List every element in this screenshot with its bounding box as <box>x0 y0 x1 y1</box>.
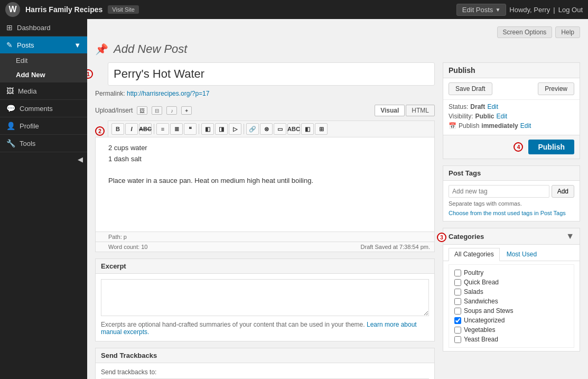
sidebar-item-label: Profile <box>20 122 39 130</box>
sidebar-item-profile[interactable]: 👤 Profile <box>0 117 87 134</box>
category-label: Salads <box>464 288 483 295</box>
draft-saved: Draft Saved at 7:38:54 pm. <box>361 244 430 250</box>
sidebar-item-label: Comments <box>20 105 53 113</box>
subheader: Screen Options Help <box>95 24 580 42</box>
more-button[interactable]: ▭ <box>274 123 286 135</box>
editor-toolbar: B I ABC ≡ ≣ ❝ ◧ ◨ ▷ 🔗 ⊗ ▭ <box>108 121 435 137</box>
add-tag-button[interactable]: Add <box>552 185 574 198</box>
list-item: Yeast Bread <box>454 335 568 344</box>
category-checkbox-soups-stews[interactable] <box>454 308 461 315</box>
publish-when-edit-link[interactable]: Edit <box>520 122 531 130</box>
audio-upload-icon[interactable]: ♪ <box>166 106 177 115</box>
sidebar-item-media[interactable]: 🖼 Media <box>0 82 87 99</box>
logout-link[interactable]: Log Out <box>558 6 583 14</box>
align-center-button[interactable]: ◨ <box>215 123 228 135</box>
category-checkbox-quick-bread[interactable] <box>454 279 461 286</box>
editor-area[interactable]: 2 cups water 1 dash salt Place water in … <box>95 137 435 232</box>
editor-content-line2: 1 dash salt <box>108 154 429 165</box>
toolbar-separator <box>154 124 154 134</box>
sidebar-item-tools[interactable]: 🔧 Tools <box>0 135 87 152</box>
sidebar-collapse-button[interactable]: ◀ <box>0 152 87 167</box>
blockquote-button[interactable]: ❝ <box>184 123 197 135</box>
trackbacks-header: Send Trackbacks <box>96 348 434 363</box>
sidebar-item-comments[interactable]: 💬 Comments <box>0 100 87 117</box>
calendar-icon: 📅 <box>449 122 456 130</box>
sidebar-item-posts[interactable]: ✎ Posts ▼ <box>0 36 87 53</box>
help-button[interactable]: Help <box>555 26 580 38</box>
sidebar-sub-item-edit[interactable]: Edit <box>0 53 87 68</box>
list-item: Poultry <box>454 268 568 278</box>
choose-tags-link[interactable]: Choose from the most used tags in Post T… <box>449 210 566 216</box>
category-checkbox-uncategorized[interactable] <box>454 317 461 324</box>
all-categories-tab[interactable]: All Categories <box>449 248 500 261</box>
post-title-input[interactable] <box>108 62 435 86</box>
visual-tab[interactable]: Visual <box>375 105 405 116</box>
ordered-list-button[interactable]: ≣ <box>170 123 183 135</box>
editor-footer: Word count: 10 Draft Saved at 7:38:54 pm… <box>95 242 435 252</box>
category-checkbox-vegetables[interactable] <box>454 327 461 334</box>
step-3-circle: 3 <box>437 233 446 242</box>
upload-bar: Upload/Insert 🖼 ⊟ ♪ ✦ Visual HTML <box>95 103 435 118</box>
align-left-button[interactable]: ◧ <box>201 123 214 135</box>
tag-input[interactable] <box>449 185 549 198</box>
publish-button[interactable]: Publish <box>528 140 574 154</box>
toolbar-separator-2 <box>199 124 199 134</box>
permalink-url[interactable]: http://harrisrecipes.org/?p=17 <box>127 90 209 97</box>
main-content: Screen Options Help 📌 Add New Post 1 Per… <box>87 19 588 379</box>
category-label: Yeast Bread <box>464 336 498 343</box>
most-used-tab[interactable]: Most Used <box>501 248 543 261</box>
word-count: Word count: 10 <box>108 244 147 250</box>
link-button[interactable]: 🔗 <box>246 123 259 135</box>
visibility-edit-link[interactable]: Edit <box>496 113 507 120</box>
unlink-button[interactable]: ⊗ <box>260 123 273 135</box>
status-edit-link[interactable]: Edit <box>487 103 498 110</box>
categories-header: Categories ▼ <box>443 228 580 245</box>
misc-upload-icon[interactable]: ✦ <box>181 106 192 115</box>
sidebar-item-dashboard[interactable]: ⊞ Dashboard <box>0 19 87 36</box>
align-right-button[interactable]: ▷ <box>229 123 241 135</box>
category-label: Quick Bread <box>464 279 499 286</box>
sidebar-sub-item-add-new[interactable]: Add New <box>0 68 87 82</box>
categories-collapse-button[interactable]: ▼ <box>566 232 574 241</box>
visit-site-button[interactable]: Visit Site <box>108 5 139 14</box>
screen-options-button[interactable]: Screen Options <box>497 26 553 38</box>
sidebar-item-label: Tools <box>20 140 35 147</box>
image-upload-icon[interactable]: 🖼 <box>137 106 147 115</box>
post-tags-header: Post Tags <box>443 166 580 181</box>
post-tags-box: Post Tags Add Separate tags with commas.… <box>443 165 580 221</box>
unordered-list-button[interactable]: ≡ <box>156 123 169 135</box>
bold-button[interactable]: B <box>111 123 124 135</box>
category-label: Sandwiches <box>464 298 498 305</box>
html-tab[interactable]: HTML <box>406 105 435 116</box>
permalink-bar: Permalink: http://harrisrecipes.org/?p=1… <box>95 90 435 97</box>
category-checkbox-salads[interactable] <box>454 289 461 295</box>
categories-tabs: All Categories Most Used <box>443 245 580 261</box>
italic-button[interactable]: I <box>125 123 138 135</box>
category-checkbox-poultry[interactable] <box>454 270 461 276</box>
category-checkbox-yeast-bread[interactable] <box>454 336 461 343</box>
step-1-circle: 1 <box>87 69 93 79</box>
collapse-icon: ◀ <box>78 155 83 163</box>
tags-note: Separate tags with commas. <box>449 200 574 207</box>
gallery-upload-icon[interactable]: ⊟ <box>152 106 162 115</box>
preview-button[interactable]: Preview <box>538 82 574 95</box>
categories-list: Poultry Quick Bread Salads Sandwich <box>449 264 574 348</box>
save-draft-button[interactable]: Save Draft <box>449 82 492 95</box>
sidebar: ⊞ Dashboard ✎ Posts ▼ Edit Add New 🖼 Med… <box>0 19 87 379</box>
spellcheck-button[interactable]: ABC <box>287 123 300 135</box>
strikethrough-button[interactable]: ABC <box>139 123 152 135</box>
categories-box: 3 Categories ▼ All Categories Most Used … <box>443 228 580 352</box>
editor-content-line1: 2 cups water <box>108 143 429 154</box>
step-4-circle: 4 <box>514 142 523 152</box>
category-checkbox-sandwiches[interactable] <box>454 298 461 305</box>
profile-icon: 👤 <box>6 122 15 130</box>
excerpt-textarea[interactable] <box>101 279 429 316</box>
edit-posts-button[interactable]: Edit Posts ▼ <box>456 4 506 16</box>
kitchen-sink-button[interactable]: ⊞ <box>315 123 328 135</box>
excerpt-note: Excerpts are optional hand-crafted summa… <box>101 321 429 336</box>
fullscreen-button[interactable]: ◧ <box>301 123 314 135</box>
publish-meta: Status: Draft Edit Visibility: Public Ed… <box>443 99 580 135</box>
howdy-text: Howdy, Perry <box>509 6 550 14</box>
editor-path: Path: p <box>95 232 435 242</box>
list-item: Vegetables <box>454 325 568 335</box>
